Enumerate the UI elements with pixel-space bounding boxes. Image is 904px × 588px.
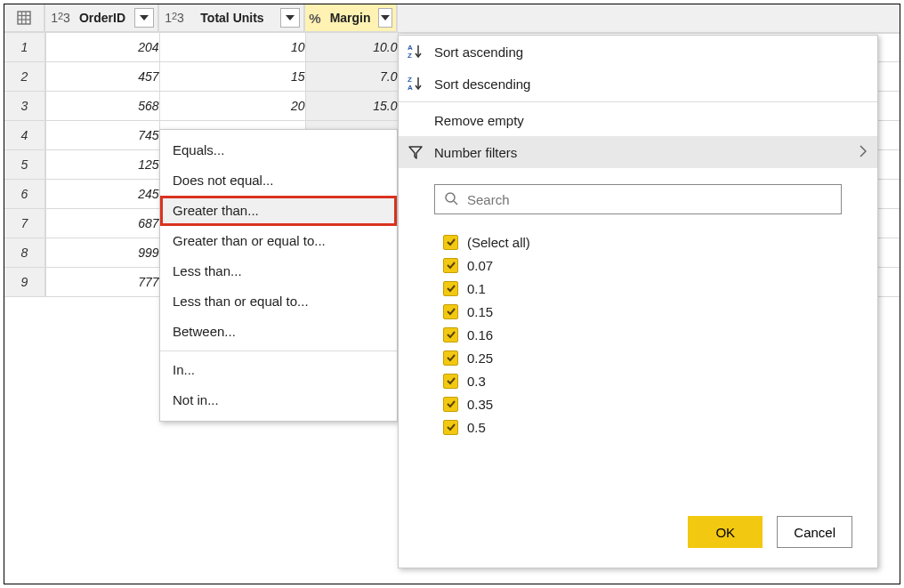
filter-between[interactable]: Between... [160,317,397,347]
filter-value-item[interactable]: (Select all) [443,230,842,254]
column-header-units[interactable]: 123 Total Units [159,4,305,33]
cell-order[interactable]: 687 [45,209,159,238]
cell-order[interactable]: 125 [45,150,159,180]
checkbox-checked-icon[interactable] [443,327,458,342]
filter-value-label: 0.16 [467,327,493,342]
header-spacer [398,4,900,33]
number-filters-submenu: Equals... Does not equal... Greater than… [159,129,398,422]
checkbox-checked-icon[interactable] [443,420,458,435]
cell-units[interactable]: 20 [159,92,305,121]
svg-text:Z: Z [408,76,412,84]
row-number[interactable]: 5 [4,150,45,180]
funnel-icon [406,144,425,160]
svg-line-12 [454,201,457,205]
filter-value-label: 0.5 [467,420,486,435]
filter-value-label: 0.1 [467,281,486,296]
filter-value-item[interactable]: 0.3 [443,369,842,392]
filter-value-label: 0.07 [467,258,493,273]
filter-value-item[interactable]: 0.5 [443,415,842,439]
column-label: Total Units [186,11,278,25]
menu-label: Number filters [434,145,851,160]
cell-order[interactable]: 204 [45,33,159,62]
checkbox-checked-icon[interactable] [443,281,458,296]
number-filters[interactable]: Number filters [399,136,877,168]
cell-order[interactable]: 245 [45,180,159,209]
cell-order[interactable]: 745 [45,121,159,150]
remove-empty[interactable]: Remove empty [399,104,877,136]
search-icon [444,191,458,208]
panel-footer: OK Cancel [399,500,877,568]
chevron-down-icon [286,15,295,20]
row-number[interactable]: 9 [4,268,45,297]
ok-button[interactable]: OK [688,516,763,548]
filter-value-label: 0.3 [467,374,486,389]
sort-desc-icon: Z A [406,76,425,92]
column-filter-button[interactable] [134,8,154,28]
filter-less-than[interactable]: Less than... [160,256,397,286]
checkbox-checked-icon[interactable] [443,397,458,412]
checkbox-checked-icon[interactable] [443,350,458,366]
row-number[interactable]: 3 [4,92,45,121]
column-filter-panel: A Z Sort ascending Z A Sort descending [398,35,878,568]
cell-margin[interactable]: 10.0 [305,33,398,62]
filter-search-input[interactable] [465,191,832,208]
filter-value-item[interactable]: 0.15 [443,300,842,323]
cell-margin[interactable]: 7.0 [305,62,398,92]
column-filter-button[interactable] [378,8,392,28]
cell-margin[interactable]: 15.0 [305,92,398,121]
filter-value-label: 0.25 [467,350,493,366]
sort-ascending[interactable]: A Z Sort ascending [399,36,877,68]
percent-type-icon: % [305,11,325,26]
filter-value-label: (Select all) [467,235,530,250]
number-type-icon: 123 [159,11,186,25]
app-frame: 123 OrderID 123 Total Units [4,4,900,584]
cell-order[interactable]: 568 [45,92,159,121]
filter-value-list: (Select all)0.070.10.150.160.250.30.350.… [443,230,842,500]
filter-search-box[interactable] [434,184,842,214]
cell-order[interactable]: 777 [45,268,159,297]
row-number[interactable]: 6 [4,180,45,209]
filter-value-item[interactable]: 0.25 [443,346,842,369]
checkbox-checked-icon[interactable] [443,258,458,273]
svg-text:Z: Z [408,52,412,60]
filter-greater-equal[interactable]: Greater than or equal to... [160,226,397,256]
menu-label: Sort descending [434,77,867,92]
row-number[interactable]: 2 [4,62,45,92]
filter-value-item[interactable]: 0.1 [443,277,842,300]
filter-value-item[interactable]: 0.07 [443,254,842,277]
sort-asc-icon: A Z [406,44,425,60]
menu-label: Sort ascending [434,44,867,60]
cell-order[interactable]: 999 [45,238,159,268]
chevron-down-icon [140,15,149,20]
filter-equals[interactable]: Equals... [160,135,397,165]
cell-units[interactable]: 10 [159,33,305,62]
filter-not-equal[interactable]: Does not equal... [160,165,397,196]
row-header-corner[interactable] [4,4,45,33]
sort-descending[interactable]: Z A Sort descending [399,68,877,100]
checkbox-checked-icon[interactable] [443,374,458,389]
filter-value-item[interactable]: 0.16 [443,323,842,346]
filter-in[interactable]: In... [160,355,397,385]
filter-value-label: 0.15 [467,304,493,319]
cell-order[interactable]: 457 [45,62,159,92]
submenu-separator [160,350,397,351]
checkbox-checked-icon[interactable] [443,235,458,250]
column-header-margin[interactable]: % Margin [305,4,398,33]
column-filter-button[interactable] [280,8,300,28]
row-number[interactable]: 8 [4,238,45,268]
cell-units[interactable]: 15 [159,62,305,92]
filter-greater-than[interactable]: Greater than... [160,196,397,226]
row-number[interactable]: 1 [4,33,45,62]
panel-separator [399,101,877,102]
checkbox-checked-icon[interactable] [443,304,458,319]
table-icon [17,11,31,25]
row-number[interactable]: 7 [4,209,45,238]
svg-point-11 [446,193,455,202]
column-header-order[interactable]: 123 OrderID [45,4,159,33]
cancel-button[interactable]: Cancel [777,516,852,548]
filter-not-in[interactable]: Not in... [160,385,397,415]
column-label: Margin [325,11,376,25]
filter-less-equal[interactable]: Less than or equal to... [160,286,397,317]
filter-value-item[interactable]: 0.35 [443,392,842,415]
row-number[interactable]: 4 [4,121,45,150]
